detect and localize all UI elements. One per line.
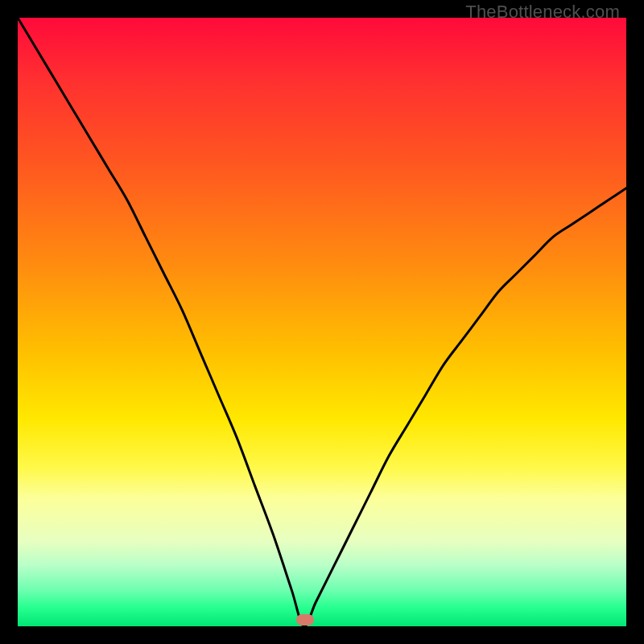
plot-area — [18, 18, 626, 626]
watermark-text: TheBottleneck.com — [465, 2, 620, 23]
chart-frame: TheBottleneck.com — [0, 0, 644, 644]
bottleneck-curve — [18, 18, 626, 626]
minimum-marker — [296, 614, 314, 625]
